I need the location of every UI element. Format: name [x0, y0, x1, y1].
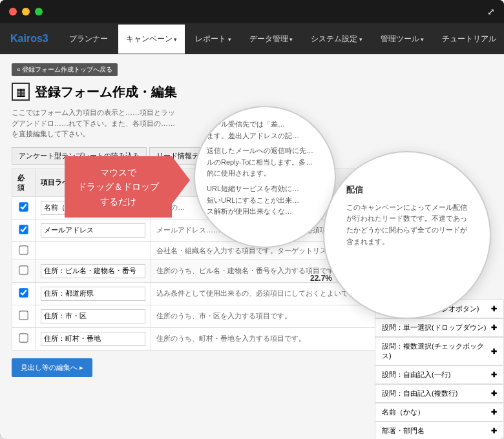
- label-input[interactable]: [41, 287, 145, 301]
- back-button[interactable]: « 登録フォーム作成トップへ戻る: [12, 63, 118, 76]
- required-checkbox[interactable]: [19, 288, 28, 297]
- mag-text: 短いURLにすることが出来…: [207, 195, 323, 207]
- add-icon[interactable]: ✚: [491, 408, 497, 416]
- add-icon[interactable]: ✚: [491, 389, 497, 398]
- instruction-text: ここではフォーム入力項目の表示と……項目とラッグアンドドロ……れて下さい。また、…: [12, 107, 180, 139]
- add-icon[interactable]: ✚: [491, 371, 497, 379]
- mag-text: 送信したメールへの返信時に先…: [207, 145, 323, 157]
- nav-report[interactable]: レポート: [187, 25, 239, 54]
- next-step-button[interactable]: 見出し等の編集へ ▸: [12, 358, 92, 377]
- th-required: 必須: [12, 168, 36, 196]
- magnifier-campaign-settings: メール受信先では「差… ます。差出人アドレスの記… 送信したメールへの返信時に先…: [194, 106, 336, 248]
- callout-line: ドラッグ＆ドロップ: [78, 179, 159, 194]
- content-area: « 登録フォーム作成トップへ戻る ▦ 登録フォーム作成・編集 ここではフォーム入…: [0, 54, 504, 439]
- mag-text: URL短縮サービスを有効に…: [207, 183, 323, 195]
- nav-planner[interactable]: プランナー: [61, 25, 116, 54]
- required-checkbox[interactable]: [19, 265, 28, 274]
- app-window: ⤢ Kairos3 プランナー キャンペーン レポート データ管理 システム設定…: [0, 0, 504, 439]
- page-title-row: ▦ 登録フォーム作成・編集: [12, 83, 492, 101]
- label-input[interactable]: [41, 264, 145, 278]
- required-checkbox[interactable]: [19, 225, 28, 234]
- desc-cell: 住所のうち、町村・番地を入力する項目です。: [151, 327, 409, 350]
- label-input[interactable]: [41, 309, 145, 323]
- form-icon: ▦: [12, 83, 30, 101]
- main-nav: Kairos3 プランナー キャンペーン レポート データ管理 システム設定 管…: [0, 23, 504, 54]
- required-checkbox[interactable]: [19, 202, 28, 211]
- close-window-button[interactable]: [9, 8, 17, 15]
- logo[interactable]: Kairos3: [10, 33, 48, 45]
- mag-text: ルのReply-Toに相当します。多…: [207, 157, 323, 168]
- available-fields-panel: 設問：単一選択(ラジオボタン)✚ 設問：単一選択(ドロップダウン)✚ 設問：複数…: [375, 300, 504, 439]
- field-option[interactable]: 名前（かな）✚: [375, 403, 504, 422]
- label-input[interactable]: [41, 223, 145, 238]
- table-row: 住所のうち、町村・番地を入力する項目です。 ×: [12, 327, 425, 350]
- nav-system[interactable]: システム設定: [303, 25, 370, 54]
- nav-admin[interactable]: 管理ツール: [373, 25, 432, 54]
- titlebar: ⤢: [0, 0, 504, 23]
- add-icon[interactable]: ✚: [491, 427, 497, 435]
- field-option[interactable]: 部署・部門名✚: [375, 422, 504, 439]
- callout-line: するだけ: [78, 194, 159, 209]
- magnifier-tooltip: 配信 このキャンペーンによってメール配信が行われたリード数です。不達であったかど…: [323, 151, 491, 319]
- nav-tutorial[interactable]: チュートリアル: [434, 25, 504, 54]
- add-icon[interactable]: ✚: [491, 323, 497, 332]
- field-option[interactable]: 設問：複数選択(チェックボックス)✚: [375, 337, 504, 365]
- mag-text: ます。差出人アドレスの記…: [207, 130, 323, 142]
- nav-campaign[interactable]: キャンペーン: [118, 25, 185, 54]
- required-checkbox[interactable]: [19, 245, 28, 254]
- label-input[interactable]: [41, 332, 145, 346]
- mag-text: 的に使用されます。: [207, 168, 323, 179]
- expand-icon[interactable]: ⤢: [487, 6, 495, 17]
- callout-line: マウスで: [78, 165, 159, 179]
- add-icon[interactable]: ✚: [491, 347, 497, 356]
- add-icon[interactable]: ✚: [491, 305, 497, 313]
- stat-value: 22.7%: [310, 274, 332, 283]
- tooltip-title: 配信: [346, 183, 478, 197]
- mag-text: ス解析が使用出来なくな…: [207, 206, 323, 218]
- mag-text: メール受信先では「差…: [207, 119, 323, 130]
- minimize-window-button[interactable]: [22, 8, 30, 15]
- nav-data[interactable]: データ管理: [242, 25, 301, 54]
- window-controls: [9, 8, 43, 15]
- required-checkbox[interactable]: [19, 311, 28, 320]
- field-option[interactable]: 設問：自由記入(一行)✚: [375, 365, 504, 384]
- tooltip-body: このキャンペーンによってメール配信が行われたリード数です。不達であったかどうかに…: [346, 202, 468, 247]
- field-option[interactable]: 設問：自由記入(複数行)✚: [375, 384, 504, 403]
- required-checkbox[interactable]: [19, 333, 28, 342]
- maximize-window-button[interactable]: [35, 8, 43, 15]
- field-option[interactable]: 設問：単一選択(ドロップダウン)✚: [375, 318, 504, 337]
- drag-drop-callout: マウスで ドラッグ＆ドロップ するだけ: [65, 156, 172, 218]
- page-title: 登録フォーム作成・編集: [35, 83, 177, 101]
- table-row: 住所のうち、市・区を入力する項目です。 ×: [12, 305, 425, 327]
